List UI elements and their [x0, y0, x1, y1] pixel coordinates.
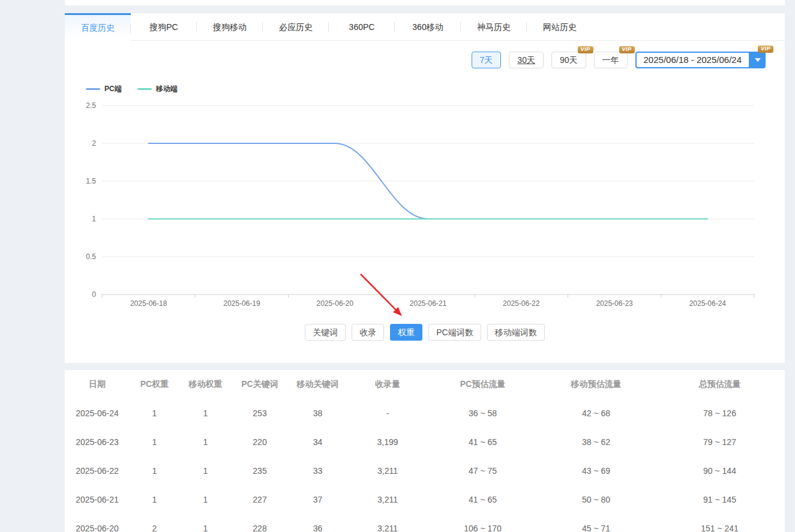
x-axis-tick-label: 2025-06-21 — [410, 299, 447, 308]
range-1year-button[interactable]: 一年VIP — [594, 52, 628, 68]
range-button-label: 90天 — [560, 55, 578, 65]
cell-mobile-weight: 1 — [179, 495, 232, 504]
cell-total-traffic: 91 ~ 145 — [655, 495, 785, 504]
y-axis-tick-label: 0.5 — [86, 253, 96, 261]
metric-keyword-button[interactable]: 关键词 — [305, 324, 346, 341]
cell-pc-weight: 1 — [130, 408, 179, 418]
header-pc-traffic: PC预估流量 — [428, 379, 538, 390]
header-mobile-keywords: 移动关键词 — [288, 379, 347, 390]
legend-line-marker-icon — [86, 88, 100, 90]
cell-pc-keywords: 235 — [232, 466, 288, 476]
table-row: 2025-06-2111227373,21141 ~ 6550 ~ 8091 ~… — [65, 485, 785, 514]
header-pc-weight: PC权重 — [130, 379, 179, 390]
cell-mobile-traffic: 43 ~ 69 — [538, 466, 655, 476]
x-axis-tick-label: 2025-06-19 — [223, 299, 260, 308]
cell-pc-keywords: 253 — [232, 408, 288, 418]
x-axis-tick-label: 2025-06-23 — [596, 299, 633, 308]
legend-item-pc[interactable]: PC端 — [86, 84, 122, 94]
tab-sogou-mobile[interactable]: 搜狗移动 — [197, 13, 263, 41]
cell-total-traffic: 90 ~ 144 — [655, 466, 785, 476]
metric-index-button[interactable]: 收录 — [352, 324, 384, 341]
tab-360-pc[interactable]: 360PC — [329, 13, 395, 41]
y-axis-tick-label: 2 — [92, 139, 96, 148]
range-button-label: 7天 — [480, 55, 493, 65]
metric-buttons-row: 关键词收录权重PC端词数移动端词数 — [65, 324, 785, 341]
vip-badge: VIP — [578, 46, 593, 53]
metric-mobile-words-button[interactable]: 移动端词数 — [487, 324, 545, 341]
cell-mobile-traffic: 38 ~ 62 — [538, 437, 655, 447]
calendar-dropdown-caret-icon[interactable] — [750, 52, 766, 68]
history-data-table: 日期PC权重移动权重PC关键词移动关键词收录量PC预估流量移动预估流量总预估流量… — [65, 370, 785, 532]
y-axis-tick-label: 1 — [92, 215, 96, 223]
cell-mobile-weight: 1 — [179, 408, 232, 418]
table-row: 2025-06-2311220343,19941 ~ 6538 ~ 6279 ~… — [65, 428, 785, 456]
metric-pc-words-button[interactable]: PC端词数 — [428, 324, 481, 341]
cell-mobile-keywords: 37 — [288, 495, 347, 504]
cell-pc-keywords: 227 — [232, 495, 288, 504]
range-button-label: 30天 — [517, 55, 535, 65]
x-axis-tick-label: 2025-06-22 — [503, 299, 540, 308]
range-30days-button[interactable]: 30天 — [509, 52, 544, 68]
range-90days-button[interactable]: 90天VIP — [551, 52, 586, 68]
tab-sogou-pc[interactable]: 搜狗PC — [131, 13, 197, 41]
range-button-label: 一年 — [602, 55, 619, 65]
chart-legend: PC端移动端 — [86, 84, 178, 94]
cell-pc-weight: 1 — [130, 466, 179, 476]
legend-label: PC端 — [104, 84, 122, 94]
cell-mobile-weight: 1 — [179, 466, 232, 476]
date-range-controls: 7天30天90天VIP一年VIP2025/06/18 - 2025/06/24V… — [472, 52, 766, 68]
seo-history-panel: 百度历史搜狗PC搜狗移动必应历史360PC360移动神马历史网站历史 7天30天… — [65, 13, 785, 363]
cell-pc-keywords: 220 — [232, 437, 288, 447]
x-axis-tick-label: 2025-06-18 — [130, 299, 167, 308]
cell-pc-traffic: 41 ~ 65 — [428, 437, 538, 447]
legend-item-mobile[interactable]: 移动端 — [137, 84, 178, 94]
tab-shenma-history[interactable]: 神马历史 — [461, 13, 527, 41]
cell-pc-weight: 2 — [130, 524, 179, 532]
cell-total-traffic: 79 ~ 127 — [655, 437, 785, 447]
cell-indexed-count: - — [347, 408, 428, 418]
table-header-row: 日期PC权重移动权重PC关键词移动关键词收录量PC预估流量移动预估流量总预估流量 — [65, 370, 785, 399]
cell-date: 2025-06-24 — [65, 408, 130, 418]
vip-badge: VIP — [619, 46, 635, 53]
cell-date: 2025-06-22 — [65, 466, 130, 476]
cell-mobile-weight: 1 — [179, 524, 232, 532]
cell-pc-keywords: 228 — [232, 524, 288, 532]
previous-card-edge — [65, 0, 785, 5]
cell-mobile-traffic: 45 ~ 71 — [538, 524, 655, 532]
header-indexed-count: 收录量 — [347, 379, 428, 390]
tab-website-history[interactable]: 网站历史 — [527, 13, 593, 41]
cell-pc-traffic: 41 ~ 65 — [428, 495, 538, 504]
table-body: 2025-06-241125338-36 ~ 5842 ~ 6878 ~ 126… — [65, 399, 785, 532]
header-mobile-weight: 移动权重 — [179, 379, 232, 390]
date-range-picker[interactable]: 2025/06/18 - 2025/06/24VIP — [635, 52, 766, 68]
x-axis-tick-label: 2025-06-24 — [689, 299, 727, 308]
metric-weight-button[interactable]: 权重 — [390, 324, 422, 341]
x-axis-tick-label: 2025-06-20 — [317, 299, 354, 308]
cell-date: 2025-06-20 — [65, 524, 130, 532]
cell-pc-traffic: 47 ~ 75 — [428, 466, 538, 476]
cell-mobile-keywords: 36 — [288, 524, 347, 532]
range-7days-button[interactable]: 7天 — [472, 52, 502, 68]
cell-mobile-keywords: 38 — [288, 408, 347, 418]
vip-badge: VIP — [758, 46, 773, 53]
tab-360-mobile[interactable]: 360移动 — [395, 13, 461, 41]
cell-mobile-traffic: 50 ~ 80 — [538, 495, 655, 504]
header-date: 日期 — [65, 379, 130, 390]
cell-mobile-keywords: 34 — [288, 437, 347, 447]
cell-total-traffic: 151 ~ 241 — [655, 524, 785, 532]
cell-pc-weight: 1 — [130, 437, 179, 447]
cell-mobile-keywords: 33 — [288, 466, 347, 476]
cell-indexed-count: 3,211 — [347, 524, 428, 532]
header-total-traffic: 总预估流量 — [655, 379, 785, 390]
cell-pc-traffic: 36 ~ 58 — [428, 408, 538, 418]
table-row: 2025-06-2021228363,211106 ~ 17045 ~ 7115… — [65, 514, 785, 532]
legend-line-marker-icon — [137, 88, 152, 90]
history-tabbar: 百度历史搜狗PC搜狗移动必应历史360PC360移动神马历史网站历史 — [65, 13, 785, 41]
y-axis-tick-label: 1.5 — [86, 177, 96, 185]
cell-mobile-traffic: 42 ~ 68 — [538, 408, 655, 418]
tab-baidu-history[interactable]: 百度历史 — [65, 13, 131, 41]
cell-indexed-count: 3,211 — [347, 495, 428, 504]
table-row: 2025-06-241125338-36 ~ 5842 ~ 6878 ~ 126 — [65, 399, 785, 428]
date-range-value: 2025/06/18 - 2025/06/24 — [635, 52, 750, 68]
tab-bing-history[interactable]: 必应历史 — [263, 13, 329, 41]
